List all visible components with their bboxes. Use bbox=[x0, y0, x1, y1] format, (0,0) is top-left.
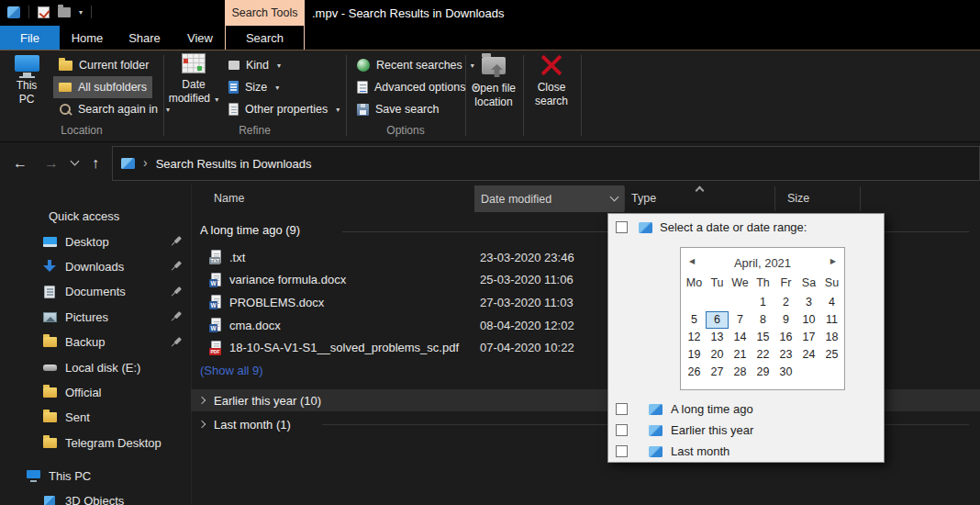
calendar-day[interactable]: 4 bbox=[820, 294, 843, 311]
sidebar-item[interactable]: Local disk (E:) bbox=[0, 354, 191, 379]
calendar-day[interactable]: 22 bbox=[752, 345, 774, 363]
calendar-day[interactable]: 21 bbox=[729, 345, 752, 363]
group-header-long-time-ago[interactable]: A long time ago (9) bbox=[200, 223, 300, 237]
date-filter-option[interactable]: A long time ago bbox=[608, 398, 884, 420]
calendar-day[interactable]: 2 bbox=[774, 294, 797, 311]
checkbox[interactable] bbox=[616, 445, 628, 457]
column-divider[interactable] bbox=[860, 186, 861, 211]
date-range-option[interactable]: Select a date or date range: bbox=[616, 220, 807, 234]
column-divider[interactable] bbox=[624, 186, 625, 211]
forward-arrow-icon[interactable]: → bbox=[44, 142, 59, 184]
close-search-button[interactable]: Close search bbox=[524, 53, 579, 108]
calendar-day[interactable]: 12 bbox=[683, 329, 706, 346]
sidebar-item[interactable]: Official bbox=[0, 380, 191, 405]
recent-searches-button[interactable]: Recent searches ▾ bbox=[351, 54, 480, 76]
show-all-link[interactable]: (Show all 9) bbox=[200, 364, 263, 377]
tab-search[interactable]: Search bbox=[225, 26, 305, 50]
tab-file[interactable]: File bbox=[0, 26, 60, 50]
tab-view[interactable]: View bbox=[174, 26, 226, 50]
explorer-icon[interactable] bbox=[7, 6, 20, 18]
calendar-day[interactable]: 10 bbox=[797, 311, 820, 329]
open-file-location-button[interactable]: Open file location bbox=[464, 53, 523, 109]
search-tools-tab[interactable]: Search Tools bbox=[225, 0, 305, 26]
calendar-day[interactable]: 24 bbox=[797, 345, 820, 363]
sidebar-item[interactable]: Sent bbox=[0, 405, 191, 430]
calendar-day[interactable]: 3 bbox=[797, 294, 820, 311]
calendar-day[interactable]: 27 bbox=[706, 363, 729, 380]
column-header-name[interactable]: Name bbox=[214, 192, 244, 205]
sidebar-item[interactable]: This PC bbox=[0, 464, 191, 488]
column-header-type[interactable]: Type bbox=[631, 192, 656, 205]
sidebar-item[interactable]: Desktop bbox=[0, 229, 191, 253]
folder-icon[interactable] bbox=[58, 7, 71, 17]
date-modified-button[interactable]: Date modified ▾ bbox=[166, 53, 221, 107]
this-pc-icon bbox=[27, 470, 40, 482]
sidebar-item[interactable]: 3D Objects bbox=[0, 488, 191, 505]
calendar-day[interactable] bbox=[729, 294, 752, 311]
current-folder-button[interactable]: Current folder bbox=[53, 54, 154, 76]
calendar-day[interactable] bbox=[797, 363, 820, 380]
calendar-day[interactable]: 8 bbox=[752, 311, 774, 329]
sidebar-item[interactable]: Backup bbox=[0, 330, 191, 354]
date-filter-option[interactable]: Last month bbox=[608, 441, 884, 462]
calendar-day[interactable]: 19 bbox=[683, 345, 706, 363]
calendar-day[interactable]: 14 bbox=[729, 329, 752, 346]
calendar-day[interactable]: 26 bbox=[683, 363, 706, 380]
qat-dropdown-icon[interactable]: ▾ bbox=[79, 8, 83, 17]
filter-dropdown-icon[interactable] bbox=[610, 193, 619, 202]
date-modified-label: Date modified bbox=[169, 78, 210, 105]
properties-check-icon[interactable] bbox=[38, 6, 50, 18]
calendar-day[interactable]: 20 bbox=[706, 345, 729, 363]
checkbox[interactable] bbox=[616, 221, 628, 233]
calendar-day[interactable]: 18 bbox=[820, 329, 843, 346]
tab-share[interactable]: Share bbox=[115, 26, 174, 50]
all-subfolders-button[interactable]: All subfolders bbox=[53, 76, 152, 98]
calendar-day[interactable]: 9 bbox=[774, 311, 797, 329]
calendar-day[interactable]: 15 bbox=[752, 329, 774, 346]
calendar-day[interactable]: 30 bbox=[774, 363, 797, 380]
calendar-day[interactable]: 1 bbox=[752, 294, 774, 311]
up-arrow-icon[interactable]: ↑ bbox=[92, 142, 99, 184]
calendar-day[interactable] bbox=[820, 363, 843, 380]
recent-locations-chevron-icon[interactable] bbox=[72, 142, 78, 184]
calendar-next-icon[interactable]: ▶ bbox=[830, 257, 836, 265]
calendar-month-label[interactable]: April, 2021 bbox=[681, 256, 844, 270]
checkbox[interactable] bbox=[616, 424, 628, 436]
calendar-day[interactable]: 13 bbox=[706, 329, 729, 346]
kind-button[interactable]: Kind ▾ bbox=[223, 54, 286, 76]
column-header-size[interactable]: Size bbox=[787, 192, 809, 205]
search-again-button[interactable]: Search again in ▾ bbox=[53, 98, 175, 120]
calendar-day[interactable]: 16 bbox=[774, 329, 797, 346]
advanced-options-button[interactable]: Advanced options ▾ bbox=[351, 76, 483, 98]
back-arrow-icon[interactable]: ← bbox=[13, 142, 28, 184]
checkbox[interactable] bbox=[616, 403, 628, 415]
sidebar-item[interactable]: Downloads bbox=[0, 254, 191, 279]
column-divider[interactable] bbox=[774, 186, 775, 211]
save-search-button[interactable]: Save search bbox=[351, 98, 444, 120]
address-field[interactable]: › Search Results in Downloads bbox=[112, 146, 980, 181]
calendar-day[interactable]: 29 bbox=[752, 363, 774, 380]
calendar-day[interactable] bbox=[683, 294, 706, 311]
calendar-day[interactable]: 17 bbox=[797, 329, 820, 346]
calendar-day[interactable] bbox=[706, 294, 729, 311]
column-header-date-modified[interactable]: Date modified bbox=[474, 185, 624, 212]
sidebar-item[interactable]: Telegram Desktop bbox=[0, 431, 191, 455]
sidebar-item[interactable]: Documents bbox=[0, 279, 191, 304]
tab-home[interactable]: Home bbox=[60, 26, 115, 50]
calendar-day[interactable]: 6 bbox=[706, 311, 729, 329]
other-properties-button[interactable]: Other properties ▾ bbox=[223, 98, 345, 120]
folder-icon bbox=[43, 387, 57, 398]
size-button[interactable]: Size ▾ bbox=[223, 76, 284, 98]
sidebar-item[interactable]: Pictures bbox=[0, 305, 191, 330]
sidebar-item[interactable]: Quick access bbox=[0, 204, 191, 229]
breadcrumb[interactable]: Search Results in Downloads bbox=[156, 157, 312, 171]
calendar-day[interactable]: 7 bbox=[729, 311, 752, 329]
this-pc-button[interactable]: This PC bbox=[4, 53, 50, 107]
date-filter-option[interactable]: Earlier this year bbox=[608, 420, 884, 441]
calendar-day[interactable]: 25 bbox=[820, 345, 843, 363]
calendar-day[interactable]: 11 bbox=[820, 311, 843, 329]
calendar-day[interactable]: 23 bbox=[774, 345, 797, 363]
calendar-day[interactable]: 5 bbox=[683, 311, 706, 329]
word-file-icon: W bbox=[209, 295, 223, 309]
calendar-day[interactable]: 28 bbox=[729, 363, 752, 380]
